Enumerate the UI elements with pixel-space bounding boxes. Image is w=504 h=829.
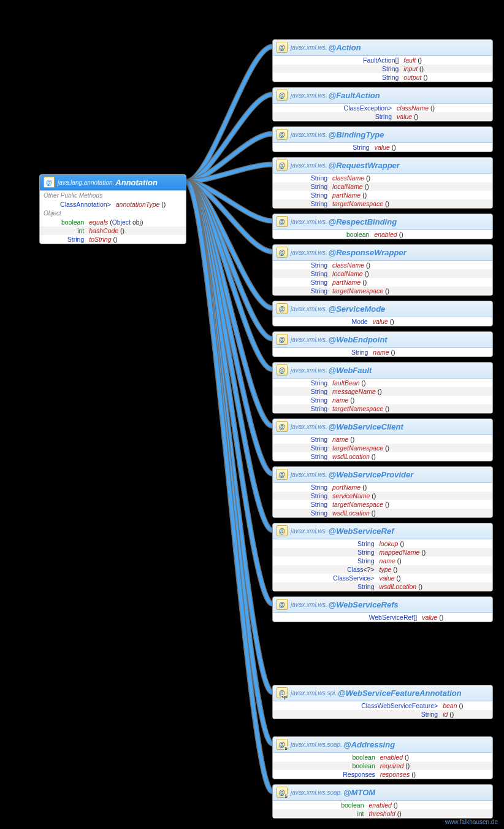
return-type: String xyxy=(273,64,401,73)
method-name: wsdlLocation () xyxy=(330,452,492,461)
node-header: @javax.xml.ws.spi.@WebServiceFeatureAnno… xyxy=(273,685,492,701)
class-name: @WebServiceRefs xyxy=(328,600,398,609)
member-row: booleanenabled () xyxy=(273,753,492,762)
return-type: String xyxy=(273,387,330,396)
method-name: wsdlLocation () xyxy=(330,509,492,517)
method-name: responses () xyxy=(378,770,492,779)
return-type: boolean xyxy=(40,218,86,226)
method-name: targetNamespace () xyxy=(330,199,492,208)
class-name: @Action xyxy=(328,43,361,52)
method-name: name () xyxy=(377,557,493,565)
member-row: Stringlookup () xyxy=(273,539,492,548)
return-type: String xyxy=(273,483,330,492)
return-type: String xyxy=(273,199,330,208)
method-name: partName () xyxy=(330,191,492,199)
annotation-icon: @ xyxy=(277,599,288,610)
class-name: @Addressing xyxy=(343,740,395,749)
member-row: FaultAction[]fault () xyxy=(273,56,492,64)
class-name: @MTOM xyxy=(343,788,375,797)
member-row: inthashCode () xyxy=(40,226,186,235)
member-row: Stringname () xyxy=(273,557,492,565)
class-name: @FaultAction xyxy=(328,91,380,100)
member-row: StringmappedName () xyxy=(273,548,492,557)
method-name: targetNamespace () xyxy=(330,287,492,295)
member-row: WebServiceRef[]value () xyxy=(273,613,492,622)
package-label: javax.xml.ws. xyxy=(291,336,327,343)
annotation-node: @javax.xml.ws.@WebFaultStringfaultBean (… xyxy=(272,362,493,414)
method-name: equals (Object obj) xyxy=(86,218,186,226)
method-name: portName () xyxy=(330,483,492,492)
member-row: StringwsdlLocation () xyxy=(273,582,492,591)
member-row: StringtargetNamespace () xyxy=(273,199,492,208)
class-name: @WebServiceFeatureAnnotation xyxy=(338,688,462,698)
package-label: java.lang.annotation. xyxy=(58,179,114,186)
return-type: FaultAction[] xyxy=(273,56,401,64)
member-row: StringmessageName () xyxy=(273,387,492,396)
return-type: Responses xyxy=(273,770,378,779)
annotation-node: @javax.xml.ws.@WebEndpointStringname () xyxy=(272,331,493,357)
node-header: @javax.xml.ws.@RespectBinding xyxy=(273,214,492,230)
return-type: String xyxy=(40,235,86,244)
annotation-node: @javax.xml.ws.@WebServiceRefsWebServiceR… xyxy=(272,596,493,622)
annotation-root-node: @ java.lang.annotation. Annotation Other… xyxy=(39,174,186,244)
member-row: StringwsdlLocation () xyxy=(273,509,492,517)
members-table: StringportName ()StringserviceName ()Str… xyxy=(273,483,492,517)
method-name: targetNamespace () xyxy=(330,444,492,452)
members-table: Stringvalue () xyxy=(273,143,492,152)
return-type: String xyxy=(273,548,377,557)
package-label: javax.xml.ws. xyxy=(291,528,327,534)
member-row: StringtoString () xyxy=(40,235,186,244)
package-label: javax.xml.ws.soap. xyxy=(291,789,342,796)
return-type: String xyxy=(273,492,330,500)
members-table: FaultAction[]fault ()Stringinput ()Strin… xyxy=(273,56,492,82)
method-name: className () xyxy=(394,104,492,112)
return-type: String xyxy=(273,348,370,357)
members-table: booleanenabled ()intthreshold () xyxy=(273,801,492,818)
return-type: String xyxy=(273,710,440,719)
member-row: StringtargetNamespace () xyxy=(273,444,492,452)
annotation-node: @javax.xml.ws.@RespectBindingbooleanenab… xyxy=(272,214,493,239)
return-type: String xyxy=(273,269,330,278)
member-row: booleanenabled () xyxy=(273,230,492,239)
node-group: @javax.xml.ws.@ActionFaultAction[]fault … xyxy=(272,39,493,627)
method-name: output () xyxy=(401,73,492,82)
method-name: value () xyxy=(370,317,492,326)
class-name: @WebFault xyxy=(328,366,372,375)
member-row: Stringvalue () xyxy=(273,112,492,121)
node-header: @javax.xml.ws.@Action xyxy=(273,40,492,56)
method-name: annotationType () xyxy=(113,200,186,209)
method-name: className () xyxy=(330,174,492,182)
class-name: Annotation xyxy=(115,178,158,187)
return-type: boolean xyxy=(273,762,378,770)
package-label: javax.xml.ws. xyxy=(291,471,327,478)
annotation-icon: @ xyxy=(277,469,288,480)
annotation-icon: @ xyxy=(277,247,288,258)
annotation-node: @javax.xml.ws.@RequestWrapperStringclass… xyxy=(272,157,493,209)
method-name: value () xyxy=(394,112,492,121)
return-type: String xyxy=(273,112,394,121)
method-name: partName () xyxy=(330,278,492,287)
member-row: StringwsdlLocation () xyxy=(273,452,492,461)
method-name: threshold () xyxy=(367,809,492,818)
members-table: Stringname () xyxy=(273,348,492,357)
package-label: javax.xml.ws.spi. xyxy=(291,690,337,696)
members-table: booleanequals (Object obj)inthashCode ()… xyxy=(40,218,186,244)
class-name: @WebServiceProvider xyxy=(328,470,413,479)
member-row: StringtargetNamespace () xyxy=(273,404,492,413)
annotation-node: @javax.xml.ws.@BindingTypeStringvalue () xyxy=(272,126,493,152)
return-type: String xyxy=(273,73,401,82)
node-group: @javax.xml.ws.soap.@Addressingbooleanena… xyxy=(272,736,493,823)
members-table: StringclassName ()StringlocalName ()Stri… xyxy=(273,174,492,208)
package-label: javax.xml.ws. xyxy=(291,44,327,51)
package-label: javax.xml.ws. xyxy=(291,367,327,374)
return-type: String xyxy=(273,452,330,461)
return-type: Class<?> xyxy=(273,565,377,574)
member-row: StringportName () xyxy=(273,483,492,492)
annotation-icon: @ xyxy=(277,303,288,314)
annotation-node: @javax.xml.ws.soap.@MTOMbooleanenabled (… xyxy=(272,784,493,819)
method-name: value () xyxy=(372,143,492,152)
class-name: @ResponseWrapper xyxy=(328,248,406,257)
method-name: messageName () xyxy=(330,387,492,396)
member-row: Class<?>type () xyxy=(273,565,492,574)
node-header: @javax.xml.ws.@WebServiceRef xyxy=(273,523,492,539)
